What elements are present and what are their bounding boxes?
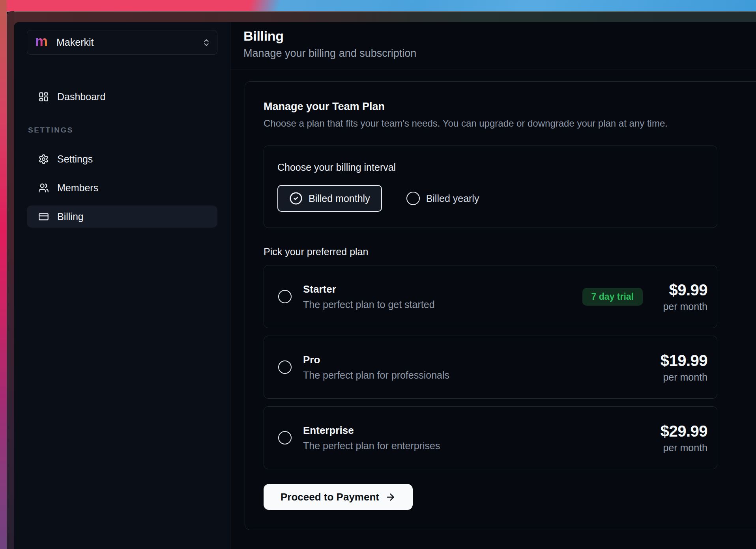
sidebar-item-billing[interactable]: Billing [27,205,217,228]
page-header: Billing Manage your billing and subscrip… [230,22,756,60]
plan-row-pro[interactable]: Pro The perfect plan for professionals $… [264,336,717,399]
sidebar-item-label: Billing [57,211,84,222]
credit-card-icon [38,211,49,222]
plan-info: Pro The perfect plan for professionals [303,354,449,381]
page-subtitle: Manage your billing and subscription [243,47,756,60]
plan-right: $29.99 per month [652,422,707,454]
plan-name: Starter [303,283,435,295]
window-content: m Makerkit Dashboard SETTINGS [14,22,756,549]
chevrons-up-down-icon [202,38,211,47]
plan-period: per month [652,372,707,383]
plan-price: $29.99 [652,422,707,440]
card-title: Manage your Team Plan [264,101,756,113]
users-icon [38,183,49,193]
radio-circle-icon[interactable] [278,360,292,374]
trial-badge: 7 day trial [582,288,643,306]
team-selector[interactable]: m Makerkit [27,30,217,55]
header-divider [230,69,756,69]
sidebar: m Makerkit Dashboard SETTINGS [14,22,230,549]
proceed-to-payment-button[interactable]: Proceed to Payment [264,484,413,510]
billed-yearly-label: Billed yearly [426,193,479,204]
arrow-right-icon [385,492,396,502]
radio-circle-icon [406,192,420,205]
plan-period: per month [652,301,707,312]
gear-icon [38,154,49,164]
plan-row-enterprise[interactable]: Enterprise The perfect plan for enterpri… [264,406,717,469]
sidebar-item-dashboard[interactable]: Dashboard [27,86,217,108]
dashboard-icon [38,92,49,102]
team-name: Makerkit [56,37,94,48]
app-window: m Makerkit Dashboard SETTINGS [7,11,756,549]
card-subtitle: Choose a plan that fits your team's need… [264,118,756,129]
page-title: Billing [243,28,756,44]
plan-name: Enterprise [303,424,440,437]
price-block: $9.99 per month [652,281,707,312]
price-block: $19.99 per month [652,352,707,383]
billed-monthly-option[interactable]: Billed monthly [277,185,382,212]
plan-price: $19.99 [652,352,707,370]
plan-info: Starter The perfect plan to get started [303,283,435,310]
plan-right: 7 day trial $9.99 per month [582,281,707,312]
plan-description: The perfect plan to get started [303,299,435,310]
plan-info: Enterprise The perfect plan for enterpri… [303,424,440,452]
billed-yearly-option[interactable]: Billed yearly [406,192,479,205]
sidebar-item-label: Dashboard [57,91,105,103]
proceed-to-payment-label: Proceed to Payment [281,491,379,503]
desktop-wallpaper-left [0,0,7,549]
sidebar-item-label: Members [57,182,98,194]
team-plan-card: Manage your Team Plan Choose a plan that… [245,81,756,530]
billing-interval-box: Choose your billing interval Billed mont… [264,146,717,228]
plan-name: Pro [303,354,449,366]
plan-price: $9.99 [652,281,707,299]
plan-description: The perfect plan for enterprises [303,440,440,452]
check-circle-icon [289,192,303,205]
desktop-wallpaper-top [0,0,756,12]
sidebar-item-settings[interactable]: Settings [27,148,217,170]
plan-description: The perfect plan for professionals [303,370,449,381]
window-frame-edge [7,11,14,549]
plans-label: Pick your preferred plan [264,246,756,258]
plan-right: $19.99 per month [652,352,707,383]
sidebar-item-label: Settings [57,153,93,165]
billed-monthly-label: Billed monthly [309,193,370,204]
radio-circle-icon[interactable] [278,290,292,303]
sidebar-nav: Dashboard SETTINGS Settings Members [27,86,217,228]
billing-interval-options: Billed monthly Billed yearly [277,185,701,212]
radio-circle-icon[interactable] [278,431,292,444]
main-content: Billing Manage your billing and subscrip… [230,22,756,549]
plan-row-starter[interactable]: Starter The perfect plan to get started … [264,265,717,328]
price-block: $29.99 per month [652,422,707,454]
makerkit-logo-icon: m [35,34,48,51]
sidebar-section-label: SETTINGS [27,126,217,134]
billing-interval-label: Choose your billing interval [277,162,701,173]
plan-period: per month [652,442,707,454]
sidebar-item-members[interactable]: Members [27,177,217,199]
